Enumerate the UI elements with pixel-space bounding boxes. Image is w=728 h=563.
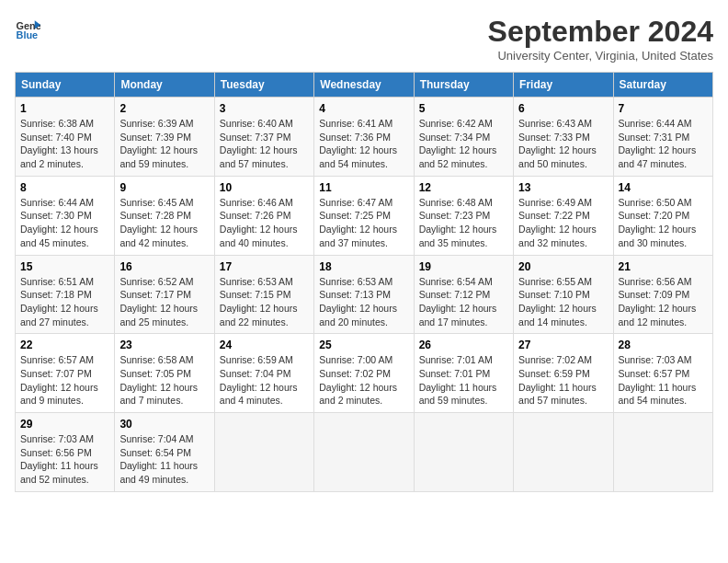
day-number: 21 <box>619 260 708 273</box>
calendar-cell: 3Sunrise: 6:40 AM Sunset: 7:37 PM Daylig… <box>214 98 313 177</box>
calendar-cell: 13Sunrise: 6:49 AM Sunset: 7:22 PM Dayli… <box>514 176 613 255</box>
day-info: Sunrise: 6:53 AM Sunset: 7:13 PM Dayligh… <box>319 275 408 329</box>
day-number: 1 <box>20 102 109 115</box>
calendar-cell: 21Sunrise: 6:56 AM Sunset: 7:09 PM Dayli… <box>613 255 712 334</box>
calendar-cell: 5Sunrise: 6:42 AM Sunset: 7:34 PM Daylig… <box>414 98 513 177</box>
day-info: Sunrise: 6:51 AM Sunset: 7:18 PM Dayligh… <box>20 275 109 329</box>
day-number: 17 <box>220 260 309 273</box>
day-number: 11 <box>319 181 408 194</box>
day-number: 14 <box>619 181 708 194</box>
calendar-cell: 11Sunrise: 6:47 AM Sunset: 7:25 PM Dayli… <box>314 176 414 255</box>
day-info: Sunrise: 6:53 AM Sunset: 7:15 PM Dayligh… <box>220 275 309 329</box>
calendar-cell: 25Sunrise: 7:00 AM Sunset: 7:02 PM Dayli… <box>314 334 414 413</box>
day-number: 6 <box>518 102 608 115</box>
day-info: Sunrise: 6:50 AM Sunset: 7:20 PM Dayligh… <box>619 196 708 250</box>
day-info: Sunrise: 7:04 AM Sunset: 6:54 PM Dayligh… <box>119 432 209 487</box>
day-info: Sunrise: 6:46 AM Sunset: 7:26 PM Dayligh… <box>220 196 309 250</box>
calendar-cell <box>314 413 414 492</box>
day-info: Sunrise: 6:43 AM Sunset: 7:33 PM Dayligh… <box>518 117 608 171</box>
day-info: Sunrise: 6:55 AM Sunset: 7:10 PM Dayligh… <box>518 275 608 329</box>
day-info: Sunrise: 7:03 AM Sunset: 6:57 PM Dayligh… <box>619 353 708 408</box>
logo-icon: General Blue <box>15 15 40 40</box>
day-info: Sunrise: 6:58 AM Sunset: 7:05 PM Dayligh… <box>119 353 209 408</box>
day-info: Sunrise: 6:44 AM Sunset: 7:31 PM Dayligh… <box>619 117 708 171</box>
day-number: 9 <box>119 181 209 194</box>
day-info: Sunrise: 6:42 AM Sunset: 7:34 PM Dayligh… <box>419 117 508 171</box>
day-info: Sunrise: 6:45 AM Sunset: 7:28 PM Dayligh… <box>119 196 209 250</box>
calendar-cell <box>414 413 513 492</box>
col-header-monday: Monday <box>115 73 214 98</box>
calendar-cell <box>613 413 712 492</box>
calendar-cell: 8Sunrise: 6:44 AM Sunset: 7:30 PM Daylig… <box>16 176 115 255</box>
calendar-body: 1Sunrise: 6:38 AM Sunset: 7:40 PM Daylig… <box>16 98 713 492</box>
day-number: 5 <box>419 102 508 115</box>
calendar-cell: 7Sunrise: 6:44 AM Sunset: 7:31 PM Daylig… <box>613 98 712 177</box>
day-number: 4 <box>319 102 408 115</box>
col-header-wednesday: Wednesday <box>314 73 414 98</box>
calendar-week-3: 15Sunrise: 6:51 AM Sunset: 7:18 PM Dayli… <box>16 255 713 334</box>
calendar-cell: 17Sunrise: 6:53 AM Sunset: 7:15 PM Dayli… <box>214 255 313 334</box>
calendar-cell: 15Sunrise: 6:51 AM Sunset: 7:18 PM Dayli… <box>16 255 115 334</box>
svg-text:Blue: Blue <box>17 29 39 40</box>
calendar-cell: 4Sunrise: 6:41 AM Sunset: 7:36 PM Daylig… <box>314 98 414 177</box>
day-number: 30 <box>119 418 209 431</box>
calendar-cell: 1Sunrise: 6:38 AM Sunset: 7:40 PM Daylig… <box>16 98 115 177</box>
day-info: Sunrise: 6:41 AM Sunset: 7:36 PM Dayligh… <box>319 117 408 171</box>
day-number: 20 <box>518 260 608 273</box>
col-header-tuesday: Tuesday <box>214 73 313 98</box>
calendar-cell: 18Sunrise: 6:53 AM Sunset: 7:13 PM Dayli… <box>314 255 414 334</box>
calendar-header-row: SundayMondayTuesdayWednesdayThursdayFrid… <box>16 73 713 98</box>
day-number: 10 <box>220 181 309 194</box>
calendar-cell: 9Sunrise: 6:45 AM Sunset: 7:28 PM Daylig… <box>115 176 214 255</box>
day-info: Sunrise: 7:03 AM Sunset: 6:56 PM Dayligh… <box>20 432 109 487</box>
day-info: Sunrise: 6:40 AM Sunset: 7:37 PM Dayligh… <box>220 117 309 171</box>
day-info: Sunrise: 6:38 AM Sunset: 7:40 PM Dayligh… <box>20 117 109 171</box>
day-info: Sunrise: 6:44 AM Sunset: 7:30 PM Dayligh… <box>20 196 109 250</box>
col-header-friday: Friday <box>514 73 613 98</box>
day-number: 23 <box>119 339 209 351</box>
calendar-table: SundayMondayTuesdayWednesdayThursdayFrid… <box>15 72 713 492</box>
month-title: September 2024 <box>488 15 713 49</box>
day-info: Sunrise: 6:47 AM Sunset: 7:25 PM Dayligh… <box>319 196 408 250</box>
calendar-cell: 29Sunrise: 7:03 AM Sunset: 6:56 PM Dayli… <box>16 413 115 492</box>
calendar-cell: 19Sunrise: 6:54 AM Sunset: 7:12 PM Dayli… <box>414 255 513 334</box>
calendar-cell: 20Sunrise: 6:55 AM Sunset: 7:10 PM Dayli… <box>514 255 613 334</box>
calendar-cell: 23Sunrise: 6:58 AM Sunset: 7:05 PM Dayli… <box>115 334 214 413</box>
calendar-cell: 14Sunrise: 6:50 AM Sunset: 7:20 PM Dayli… <box>613 176 712 255</box>
calendar-cell <box>214 413 313 492</box>
calendar-cell: 12Sunrise: 6:48 AM Sunset: 7:23 PM Dayli… <box>414 176 513 255</box>
day-number: 16 <box>119 260 209 273</box>
day-number: 19 <box>419 260 508 273</box>
calendar-cell: 28Sunrise: 7:03 AM Sunset: 6:57 PM Dayli… <box>613 334 712 413</box>
col-header-thursday: Thursday <box>414 73 513 98</box>
day-info: Sunrise: 6:52 AM Sunset: 7:17 PM Dayligh… <box>119 275 209 329</box>
page-header: General Blue September 2024 University C… <box>15 15 713 63</box>
title-block: September 2024 University Center, Virgin… <box>488 15 713 63</box>
day-number: 13 <box>518 181 608 194</box>
col-header-sunday: Sunday <box>16 73 115 98</box>
day-number: 12 <box>419 181 508 194</box>
day-info: Sunrise: 7:00 AM Sunset: 7:02 PM Dayligh… <box>319 353 408 408</box>
day-info: Sunrise: 6:57 AM Sunset: 7:07 PM Dayligh… <box>20 353 109 408</box>
day-number: 15 <box>20 260 109 273</box>
col-header-saturday: Saturday <box>613 73 712 98</box>
day-number: 7 <box>619 102 708 115</box>
calendar-cell: 22Sunrise: 6:57 AM Sunset: 7:07 PM Dayli… <box>16 334 115 413</box>
calendar-cell: 30Sunrise: 7:04 AM Sunset: 6:54 PM Dayli… <box>115 413 214 492</box>
day-number: 29 <box>20 418 109 431</box>
day-number: 18 <box>319 260 408 273</box>
calendar-week-1: 1Sunrise: 6:38 AM Sunset: 7:40 PM Daylig… <box>16 98 713 177</box>
day-number: 27 <box>518 339 608 351</box>
day-info: Sunrise: 6:49 AM Sunset: 7:22 PM Dayligh… <box>518 196 608 250</box>
day-number: 2 <box>119 102 209 115</box>
calendar-cell: 24Sunrise: 6:59 AM Sunset: 7:04 PM Dayli… <box>214 334 313 413</box>
day-info: Sunrise: 6:39 AM Sunset: 7:39 PM Dayligh… <box>119 117 209 171</box>
day-info: Sunrise: 7:01 AM Sunset: 7:01 PM Dayligh… <box>419 353 508 408</box>
calendar-cell: 26Sunrise: 7:01 AM Sunset: 7:01 PM Dayli… <box>414 334 513 413</box>
logo: General Blue <box>15 15 40 40</box>
day-number: 24 <box>220 339 309 351</box>
day-number: 3 <box>220 102 309 115</box>
day-info: Sunrise: 6:56 AM Sunset: 7:09 PM Dayligh… <box>619 275 708 329</box>
calendar-cell: 6Sunrise: 6:43 AM Sunset: 7:33 PM Daylig… <box>514 98 613 177</box>
location-subtitle: University Center, Virginia, United Stat… <box>488 49 713 63</box>
